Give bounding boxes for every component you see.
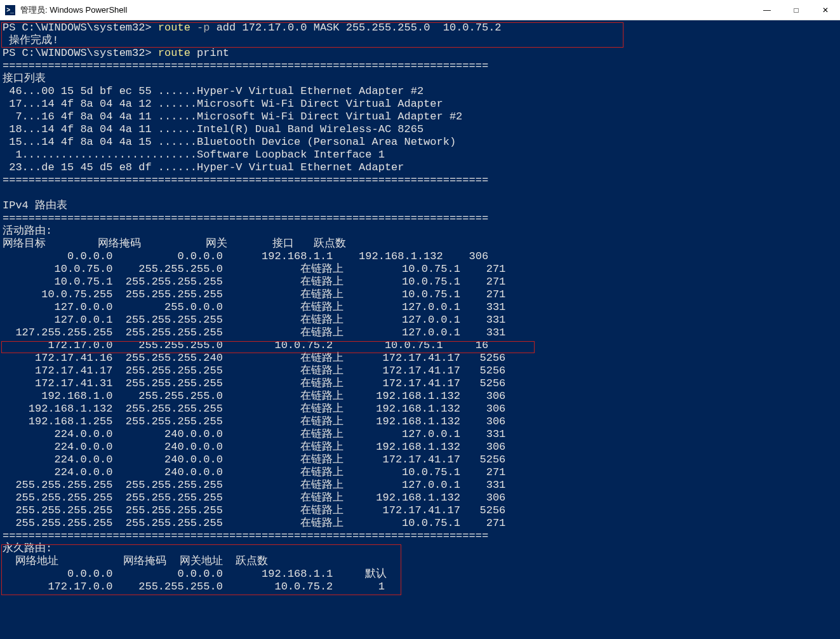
route-row: 192.168.1.0 255.255.255.0 在链路上 192.168.1…	[3, 390, 837, 403]
terminal-content[interactable]: PS C:\WINDOWS\system32> route -p add 172…	[0, 20, 840, 639]
interface-row: 1...........................Software Loo…	[3, 149, 837, 161]
route-row: 172.17.41.16 255.255.255.240 在链路上 172.17…	[3, 352, 837, 365]
route-table-header: 网络目标 网络掩码 网关 接口 跃点数	[3, 238, 837, 250]
prompt: PS C:\WINDOWS\system32>	[3, 47, 152, 59]
persistent-route-row: 172.17.0.0 255.255.255.0 10.0.75.2 1	[3, 581, 837, 593]
separator: ========================================…	[3, 212, 837, 225]
separator: ========================================…	[3, 530, 837, 542]
route-args: add 172.17.0.0 MASK 255.255.255.0 10.0.7…	[217, 22, 502, 34]
titlebar: >_ 管理员: Windows PowerShell — □ ✕	[0, 0, 840, 20]
persistent-header: 网络地址 网络掩码 网关地址 跃点数	[3, 555, 837, 568]
prompt: PS C:\WINDOWS\system32>	[3, 22, 152, 34]
interface-row: 46...00 15 5d bf ec 55 ......Hyper-V Vir…	[3, 85, 837, 98]
route-row: 172.17.41.31 255.255.255.255 在链路上 172.17…	[3, 377, 837, 390]
powershell-icon: >_	[5, 5, 15, 15]
persistent-route-row: 0.0.0.0 0.0.0.0 192.168.1.1 默认	[3, 568, 837, 581]
minimize-button[interactable]: —	[752, 0, 782, 20]
route-row: 255.255.255.255 255.255.255.255 在链路上 172…	[3, 504, 837, 517]
route-keyword: route	[158, 22, 190, 34]
route-row: 127.255.255.255 255.255.255.255 在链路上 127…	[3, 326, 837, 339]
route-row: 127.0.0.0 255.0.0.0 在链路上 127.0.0.1 331	[3, 301, 837, 314]
route-row: 224.0.0.0 240.0.0.0 在链路上 10.0.75.1 271	[3, 466, 837, 479]
route-row: 172.17.41.17 255.255.255.255 在链路上 172.17…	[3, 365, 837, 377]
interface-row: 18...14 4f 8a 04 4a 11 ......Intel(R) Du…	[3, 123, 837, 136]
route-row: 255.255.255.255 255.255.255.255 在链路上 192…	[3, 492, 837, 504]
separator: ========================================…	[3, 60, 837, 72]
route-row: 127.0.0.1 255.255.255.255 在链路上 127.0.0.1…	[3, 314, 837, 326]
interface-row: 23...de 15 45 d5 e8 df ......Hyper-V Vir…	[3, 161, 837, 174]
route-row: 10.0.75.255 255.255.255.255 在链路上 10.0.75…	[3, 288, 837, 301]
route-row: 224.0.0.0 240.0.0.0 在链路上 192.168.1.132 3…	[3, 441, 837, 454]
route-row: 255.255.255.255 255.255.255.255 在链路上 10.…	[3, 517, 837, 530]
command-line-2: PS C:\WINDOWS\system32> route print	[3, 47, 837, 60]
route-args: print	[197, 47, 229, 59]
window-controls: — □ ✕	[752, 0, 840, 20]
ipv4-title: IPv4 路由表	[3, 199, 837, 212]
route-keyword: route	[158, 47, 190, 59]
route-row: 10.0.75.0 255.255.255.0 在链路上 10.0.75.1 2…	[3, 263, 837, 276]
blank-line	[3, 187, 837, 199]
operation-done: 操作完成!	[3, 34, 837, 47]
command-line-1: PS C:\WINDOWS\system32> route -p add 172…	[3, 22, 837, 34]
route-row: 192.168.1.255 255.255.255.255 在链路上 192.1…	[3, 415, 837, 428]
persistent-routes-label: 永久路由:	[3, 542, 837, 555]
route-row: 255.255.255.255 255.255.255.255 在链路上 127…	[3, 479, 837, 492]
interface-row: 17...14 4f 8a 04 4a 12 ......Microsoft W…	[3, 98, 837, 111]
window-title: 管理员: Windows PowerShell	[20, 4, 752, 16]
interface-list-header: 接口列表	[3, 72, 837, 85]
route-row: 224.0.0.0 240.0.0.0 在链路上 172.17.41.17 52…	[3, 454, 837, 466]
route-row-highlighted: 172.17.0.0 255.255.255.0 10.0.75.2 10.0.…	[3, 339, 837, 352]
interface-row: 7...16 4f 8a 04 4a 11 ......Microsoft Wi…	[3, 111, 837, 123]
route-row: 10.0.75.1 255.255.255.255 在链路上 10.0.75.1…	[3, 276, 837, 288]
close-button[interactable]: ✕	[811, 0, 840, 20]
route-row: 224.0.0.0 240.0.0.0 在链路上 127.0.0.1 331	[3, 428, 837, 441]
route-flag: -p	[197, 22, 210, 34]
route-row: 0.0.0.0 0.0.0.0 192.168.1.1 192.168.1.13…	[3, 250, 837, 263]
interface-row: 15...14 4f 8a 04 4a 15 ......Bluetooth D…	[3, 136, 837, 149]
separator: ========================================…	[3, 174, 837, 187]
active-routes-label: 活动路由:	[3, 225, 837, 238]
route-row: 192.168.1.132 255.255.255.255 在链路上 192.1…	[3, 403, 837, 415]
maximize-button[interactable]: □	[782, 0, 811, 20]
